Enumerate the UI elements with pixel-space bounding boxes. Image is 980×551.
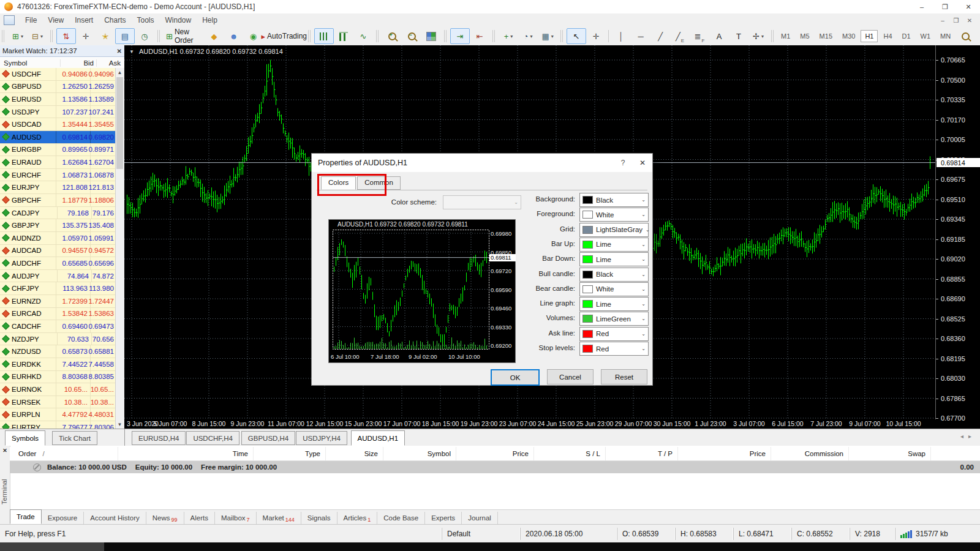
child-close-button[interactable]: ✕ [963, 15, 976, 26]
market-watch-row[interactable]: EURSEK10.38...10.38... [0, 396, 116, 409]
profiles-icon[interactable]: ⊟▾ [28, 28, 47, 44]
chart-tab-gbpusd-h4[interactable]: GBPUSD,H4 [241, 431, 295, 445]
market-watch-tab-symbols[interactable]: Symbols [5, 430, 45, 446]
scroll-down-icon[interactable]: ▼ [116, 420, 124, 429]
terminal-tab-signals[interactable]: Signals [301, 512, 337, 524]
market-watch-row[interactable]: GBPUSD1.262501.26259 [0, 81, 116, 94]
market-watch-row[interactable]: EURNZD1.723991.72447 [0, 295, 116, 308]
market-watch-row[interactable]: CHFJPY113.963113.980 [0, 282, 116, 295]
timeframe-w1[interactable]: W1 [916, 30, 935, 42]
market-watch-row[interactable]: CADJPY79.16879.176 [0, 207, 116, 220]
timeframe-m5[interactable]: M5 [796, 30, 813, 42]
market-watch-row[interactable]: AUDCAD0.945570.94572 [0, 245, 116, 258]
market-watch-row[interactable]: AUDNZD1.059701.05991 [0, 232, 116, 245]
zoom-out-icon[interactable]: − [402, 28, 421, 44]
arrows-icon[interactable]: ✢▾ [748, 28, 768, 44]
scrollbar-thumb[interactable] [116, 77, 123, 169]
market-watch-row[interactable]: CADCHF0.694600.69473 [0, 320, 116, 333]
market-watch-row[interactable]: EURNOK10.65...10.65... [0, 383, 116, 396]
terminal-tab-experts[interactable]: Experts [425, 512, 462, 524]
market-watch-row[interactable]: AUDUSD0.698140.69820 [0, 131, 116, 144]
search-icon[interactable] [956, 28, 975, 44]
color-select-bear-candle-[interactable]: White⌄ [579, 282, 649, 296]
terminal-column-price2[interactable]: Price [678, 447, 771, 460]
color-select-line-graph-[interactable]: Lime⌄ [579, 297, 649, 311]
templates-icon[interactable]: ▦▾ [538, 28, 557, 44]
balance-row[interactable]: Balance: 10 000.00 USD Equity: 10 000.00… [10, 461, 980, 473]
market-watch-row[interactable]: AUDJPY74.86474.872 [0, 270, 116, 283]
market-watch-row[interactable]: NZDJPY70.63370.656 [0, 333, 116, 346]
timeframe-m1[interactable]: M1 [777, 30, 794, 42]
terminal-column-order[interactable]: Order/ [10, 447, 118, 460]
reset-button[interactable]: Reset [601, 369, 647, 384]
auto-scroll-icon[interactable]: ⇥ [450, 28, 470, 44]
terminal-column-price[interactable]: Price [456, 447, 534, 460]
terminal-tab-mailbox[interactable]: Mailbox7 [215, 512, 257, 524]
child-restore-button[interactable]: ❐ [949, 15, 963, 26]
terminal-tab-alerts[interactable]: Alerts [184, 512, 215, 524]
terminal-tab-articles[interactable]: Articles1 [337, 512, 378, 524]
chart-tab-audusd-h1[interactable]: AUDUSD,H1 [351, 430, 405, 446]
market-watch-close-icon[interactable]: ✕ [117, 48, 122, 54]
terminal-tab-market[interactable]: Market144 [257, 512, 301, 524]
market-watch-icon[interactable]: ⇅ [56, 28, 76, 44]
menu-tools[interactable]: Tools [132, 13, 160, 27]
color-select-background-[interactable]: Black⌄ [579, 193, 649, 207]
close-button[interactable]: ✕ [957, 0, 980, 13]
chart-tab-usdchf-h4[interactable]: USDCHF,H4 [186, 431, 239, 445]
market-watch-row[interactable]: USDJPY107.237107.241 [0, 106, 116, 119]
market-watch-row[interactable]: GBPCHF1.187791.18806 [0, 194, 116, 207]
market-watch-row[interactable]: EURDKK7.445227.44558 [0, 358, 116, 371]
column-header-ask[interactable]: Ask [96, 59, 122, 67]
color-select-grid-[interactable]: LightSlateGray⌄ [579, 223, 649, 237]
color-select-ask-line-[interactable]: Red⌄ [579, 327, 649, 341]
horizontal-line-icon[interactable]: ─ [631, 28, 650, 44]
text-label-icon[interactable]: T [729, 28, 748, 44]
color-select-bar-down-[interactable]: Lime⌄ [579, 252, 649, 266]
bar-chart-type-icon[interactable] [314, 28, 334, 44]
market-watch-row[interactable]: EURTRY7.796777.80306 [0, 421, 116, 429]
timeframe-m15[interactable]: M15 [815, 30, 837, 42]
chart-tab-usdjpy-h4[interactable]: USDJPY,H4 [296, 431, 347, 445]
market-watch-row[interactable]: EURHKD8.803688.80385 [0, 371, 116, 384]
dialog-close-button[interactable]: ✕ [633, 154, 652, 172]
child-minimize-button[interactable]: – [936, 15, 949, 26]
dialog-help-button[interactable]: ? [613, 154, 633, 172]
market-watch-row[interactable]: NZDUSD0.658730.65881 [0, 345, 116, 358]
color-select-volumes-[interactable]: LimeGreen⌄ [579, 312, 649, 326]
terminal-tab-news[interactable]: News99 [146, 512, 184, 524]
chart-tab-eurusd-h4[interactable]: EURUSD,H4 [132, 431, 186, 445]
color-select-bull-candle-[interactable]: Black⌄ [579, 268, 649, 282]
color-select-stop-levels-[interactable]: Red⌄ [579, 342, 649, 356]
timeframe-mn[interactable]: MN [936, 30, 955, 42]
vertical-line-icon[interactable]: │ [611, 28, 631, 44]
market-watch-row[interactable]: USDCHF0.940860.94096 [0, 68, 116, 81]
terminal-panel-icon[interactable]: ▤ [115, 28, 135, 44]
menu-file[interactable]: File [20, 13, 42, 27]
terminal-close-icon[interactable]: ✕ [1, 447, 9, 454]
menu-charts[interactable]: Charts [99, 13, 131, 27]
line-chart-type-icon[interactable]: ∿ [353, 28, 373, 44]
cancel-button[interactable]: Cancel [547, 369, 594, 384]
metaeditor-icon[interactable]: ◆ [204, 28, 224, 44]
terminal-column-symbol[interactable]: Symbol [383, 447, 456, 460]
chevron-down-icon[interactable]: ▼ [129, 49, 134, 54]
zoom-in-icon[interactable]: + [382, 28, 402, 44]
timeframe-d1[interactable]: D1 [898, 30, 915, 42]
terminal-column-profit[interactable]: Profit [931, 447, 980, 460]
candlestick-type-icon[interactable] [334, 28, 353, 44]
text-icon[interactable]: A [709, 28, 729, 44]
cursor-icon[interactable]: ↖ [567, 28, 586, 44]
terminal-column-type[interactable]: Type [254, 447, 326, 460]
market-watch-row[interactable]: EURCAD1.538421.53863 [0, 308, 116, 321]
tile-windows-icon[interactable] [421, 28, 441, 44]
market-watch-row[interactable]: EURJPY121.808121.813 [0, 181, 116, 194]
periods-icon[interactable]: ◔▾ [518, 28, 538, 44]
terminal-tab-account-history[interactable]: Account History [84, 512, 146, 524]
timeframe-h4[interactable]: H4 [879, 30, 896, 42]
new-chart-icon[interactable]: ⊞▾ [8, 28, 28, 44]
timeframe-m30[interactable]: M30 [838, 30, 859, 42]
indicators-icon[interactable]: +▾ [499, 28, 518, 44]
market-watch-row[interactable]: AUDCHF0.656850.65696 [0, 257, 116, 270]
market-watch-row[interactable]: EURAUD1.626841.62704 [0, 156, 116, 169]
